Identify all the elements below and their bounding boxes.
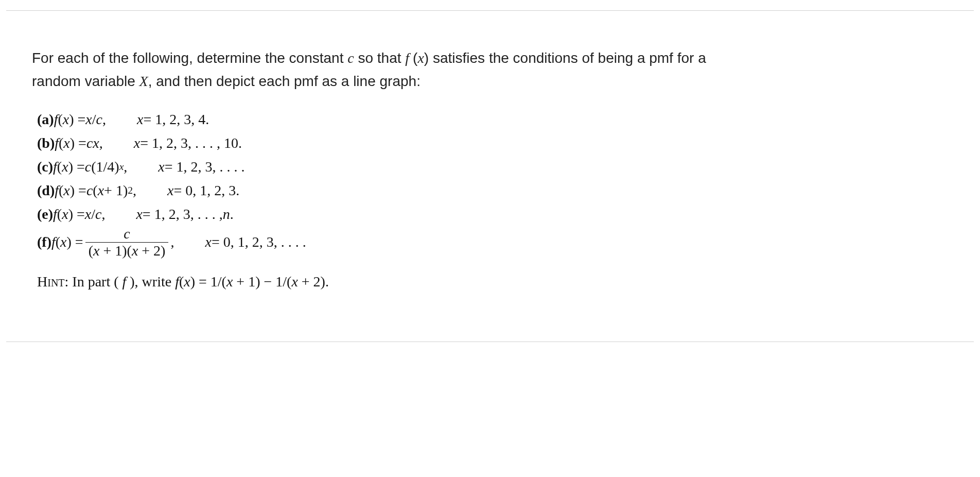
label-b: (b): [37, 131, 55, 155]
frac-den-p2: + 2): [138, 243, 165, 259]
problem-e: (e) f(x) = x/c, x = 1, 2, 3, . . . , n.: [37, 202, 974, 226]
intro-function-f: f: [405, 50, 413, 66]
comma-b: ,: [99, 131, 103, 155]
hint: Hint: In part ( f ), write f(x) = 1/(x +…: [32, 274, 974, 290]
rhs-x-e: x: [85, 202, 91, 226]
rhs-base-c: (1/4): [91, 155, 119, 179]
label-c: (c): [37, 155, 53, 179]
intro-constant-c: c: [347, 50, 354, 66]
lhs-x-e: x: [62, 202, 68, 226]
hint-mid: + 1) − 1/(: [233, 274, 291, 289]
rhs-c-e: c: [95, 202, 101, 226]
lhs-open-e: (: [57, 202, 62, 226]
frac-den-x1: x: [93, 243, 99, 259]
domain-x-c: x: [158, 155, 164, 179]
problem-b: (b) f(x) = cx, x = 1, 2, 3, . . . , 10.: [37, 131, 974, 155]
problem-f: (f) f(x) = c (x + 1)(x + 2) , x = 0, 1, …: [37, 227, 974, 258]
domain-x-e: x: [136, 202, 142, 226]
lhs-open-f: (: [56, 230, 60, 254]
problems-list: (a) f(x) = x/c, x = 1, 2, 3, 4. (b) f(x)…: [32, 108, 974, 258]
rhs-c-c: c: [85, 155, 91, 179]
comma-f: ,: [170, 230, 174, 254]
hint-end: + 2).: [298, 274, 329, 289]
domain-x-f: x: [205, 230, 211, 254]
domain-x-a: x: [137, 108, 143, 131]
domain-period-e: .: [230, 202, 234, 226]
lhs-x-a: x: [63, 108, 69, 131]
comma-d: ,: [133, 179, 136, 202]
problem-c: (c) f(x) = c(1/4)x, x = 1, 2, 3, . . . .: [37, 155, 974, 179]
intro-text-2: so that: [354, 50, 406, 66]
hint-text-1: In part (: [68, 274, 122, 289]
domain-n-e: n: [223, 202, 230, 226]
lhs-x-c: x: [62, 155, 68, 179]
hint-f: f: [175, 274, 179, 289]
hint-x2: x: [226, 274, 233, 289]
frac-den-x2: x: [132, 243, 138, 259]
problem-intro: For each of the following, determine the…: [32, 47, 752, 93]
comma-a: ,: [102, 108, 106, 131]
lhs-x-f: x: [60, 230, 66, 254]
rhs-exp-d: 2: [128, 182, 133, 199]
intro-text-1: For each of the following, determine the…: [32, 50, 347, 66]
frac-num-f: c: [120, 227, 133, 242]
rhs-x-a: x: [85, 108, 92, 131]
lhs-close-d: ) =: [70, 179, 86, 202]
lhs-f-a: f: [54, 108, 58, 131]
rhs-x-b: x: [93, 131, 99, 155]
hint-open: (: [179, 274, 184, 289]
frac-den-open: (: [89, 243, 93, 259]
rhs-open-d: (: [93, 179, 97, 202]
domain-eq-e: = 1, 2, 3, . . . ,: [143, 202, 223, 226]
hint-x3: x: [291, 274, 297, 289]
rhs-c-a: c: [96, 108, 102, 131]
rhs-div-a: /: [92, 108, 96, 131]
domain-eq-a: = 1, 2, 3, 4.: [143, 108, 209, 131]
lhs-open-a: (: [58, 108, 62, 131]
intro-var-x: x: [417, 50, 424, 66]
comma-c: ,: [124, 155, 127, 179]
hint-part-f: f: [122, 274, 130, 289]
lhs-close-c: ) =: [68, 155, 85, 179]
label-e: (e): [37, 202, 53, 226]
rhs-x-d: x: [98, 179, 104, 202]
intro-text-4: , and then depict each pmf as a line gra…: [148, 73, 421, 89]
domain-eq-b: = 1, 2, 3, . . . , 10.: [140, 131, 242, 155]
lhs-close-e: ) =: [68, 202, 85, 226]
lhs-f-d: f: [55, 179, 59, 202]
lhs-x-d: x: [63, 179, 69, 202]
domain-eq-f: = 0, 1, 2, 3, . . . .: [212, 230, 306, 254]
hint-close: ) = 1/(: [190, 274, 226, 289]
lhs-f-e: f: [53, 202, 57, 226]
comma-e: ,: [101, 202, 105, 226]
domain-eq-d: = 0, 1, 2, 3.: [173, 179, 239, 202]
hint-label: Hint:: [37, 274, 68, 289]
problem-a: (a) f(x) = x/c, x = 1, 2, 3, 4.: [37, 108, 974, 131]
domain-x-b: x: [134, 131, 140, 155]
label-f: (f): [37, 230, 51, 254]
frac-den-p1: + 1)(: [99, 243, 131, 259]
rhs-plus-d: + 1): [104, 179, 128, 202]
lhs-x-b: x: [63, 131, 69, 155]
lhs-open-c: (: [57, 155, 62, 179]
intro-rv-X: X: [139, 73, 148, 89]
intro-paren-close: ): [424, 50, 429, 66]
problem-d: (d) f(x) = c(x + 1)2, x = 0, 1, 2, 3.: [37, 179, 974, 202]
lhs-open-b: (: [59, 131, 63, 155]
rhs-c-b: c: [86, 131, 93, 155]
hint-text-1b: ), write: [130, 274, 175, 289]
lhs-close-b: ) =: [70, 131, 86, 155]
hint-x: x: [184, 274, 190, 289]
rhs-c-d: c: [86, 179, 93, 202]
label-d: (d): [37, 179, 55, 202]
frac-den-f: (x + 1)(x + 2): [85, 242, 169, 258]
domain-x-d: x: [167, 179, 173, 202]
lhs-close-a: ) =: [69, 108, 85, 131]
lhs-close-f: ) =: [67, 230, 83, 254]
lhs-f-f: f: [51, 230, 56, 254]
lhs-open-d: (: [59, 179, 63, 202]
lhs-f-b: f: [55, 131, 59, 155]
lhs-f-c: f: [53, 155, 57, 179]
fraction-f: c (x + 1)(x + 2): [85, 227, 169, 258]
problem-container: For each of the following, determine the…: [6, 10, 974, 342]
